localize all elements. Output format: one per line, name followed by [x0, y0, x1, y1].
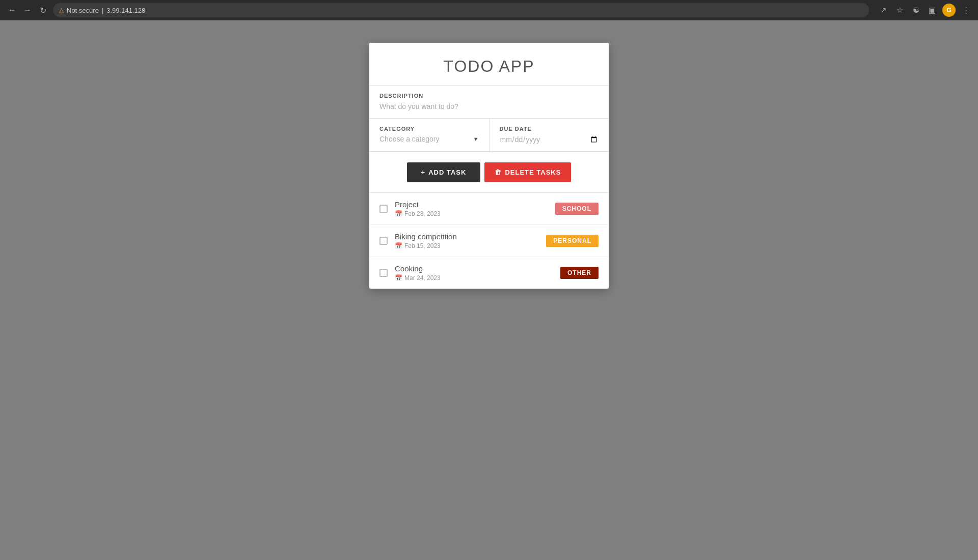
task-list: Project 📅 Feb 28, 2023 SCHOOL Biking com…: [369, 193, 609, 289]
trash-icon: 🗑: [495, 169, 502, 176]
task-date-text-2: Mar 24, 2023: [404, 274, 441, 282]
task-item: Project 📅 Feb 28, 2023 SCHOOL: [369, 193, 609, 225]
delete-tasks-label: DELETE TASKS: [505, 169, 561, 176]
task-name-1: Biking competition: [395, 232, 539, 241]
plus-icon: +: [421, 169, 426, 176]
due-date-input[interactable]: [500, 135, 599, 144]
buttons-section: + ADD TASK 🗑 DELETE TASKS: [369, 152, 609, 193]
task-info-2: Cooking 📅 Mar 24, 2023: [395, 264, 553, 282]
task-name-0: Project: [395, 200, 548, 209]
app-title: TODO APP: [385, 57, 593, 76]
task-item: Cooking 📅 Mar 24, 2023 OTHER: [369, 257, 609, 289]
bookmark-button[interactable]: ☆: [893, 4, 906, 16]
description-field: DESCRIPTION: [369, 86, 609, 119]
security-warning-icon: △: [59, 7, 64, 14]
tab-button[interactable]: ▣: [926, 4, 938, 16]
description-label: DESCRIPTION: [379, 93, 599, 99]
task-name-2: Cooking: [395, 264, 553, 273]
task-date-text-0: Feb 28, 2023: [404, 210, 441, 217]
calendar-icon-0: 📅: [395, 210, 402, 217]
extensions-button[interactable]: ☯: [910, 4, 922, 16]
profile-avatar[interactable]: G: [942, 4, 956, 17]
security-warning-text: Not secure: [67, 7, 99, 14]
menu-button[interactable]: ⋮: [960, 4, 972, 16]
add-task-button[interactable]: + ADD TASK: [407, 162, 481, 182]
add-task-label: ADD TASK: [428, 169, 466, 176]
forward-button[interactable]: →: [21, 4, 34, 16]
task-date-2: 📅 Mar 24, 2023: [395, 274, 553, 282]
task-date-0: 📅 Feb 28, 2023: [395, 210, 548, 217]
row-fields: CATEGORY Choose a category School Person…: [369, 119, 609, 152]
category-label: CATEGORY: [379, 126, 479, 132]
due-date-field: DUE DATE: [490, 119, 609, 151]
task-checkbox-2[interactable]: [379, 269, 388, 277]
app-card: TODO APP DESCRIPTION CATEGORY Choose a c…: [369, 43, 609, 289]
task-date-1: 📅 Feb 15, 2023: [395, 242, 539, 249]
task-checkbox-0[interactable]: [379, 205, 388, 213]
description-input[interactable]: [379, 102, 599, 110]
browser-chrome: ← → ↻ △ Not secure | 3.99.141.128 ↗ ☆ ☯ …: [0, 0, 978, 20]
category-badge-2: OTHER: [560, 267, 599, 279]
category-badge-1: PERSONAL: [546, 235, 599, 247]
browser-actions: ↗ ☆ ☯ ▣ G ⋮: [877, 4, 972, 17]
url-text: 3.99.141.128: [106, 7, 145, 14]
task-info-1: Biking competition 📅 Feb 15, 2023: [395, 232, 539, 249]
reload-button[interactable]: ↻: [37, 4, 49, 16]
category-badge-0: SCHOOL: [555, 203, 599, 215]
due-date-label: DUE DATE: [500, 126, 599, 132]
task-info-0: Project 📅 Feb 28, 2023: [395, 200, 548, 217]
category-select-wrapper: Choose a category School Personal Other …: [379, 135, 479, 143]
category-select[interactable]: Choose a category School Personal Other: [379, 135, 471, 143]
app-header: TODO APP: [369, 43, 609, 86]
form-section: DESCRIPTION CATEGORY Choose a category S…: [369, 86, 609, 152]
category-field: CATEGORY Choose a category School Person…: [369, 119, 490, 151]
page-content: TODO APP DESCRIPTION CATEGORY Choose a c…: [0, 20, 978, 560]
address-separator: |: [102, 7, 103, 14]
address-bar[interactable]: △ Not secure | 3.99.141.128: [53, 3, 869, 17]
delete-tasks-button[interactable]: 🗑 DELETE TASKS: [484, 162, 571, 182]
task-checkbox-1[interactable]: [379, 237, 388, 245]
back-button[interactable]: ←: [6, 4, 18, 16]
calendar-icon-2: 📅: [395, 274, 402, 282]
chevron-down-icon: ▼: [473, 136, 479, 142]
calendar-icon-1: 📅: [395, 242, 402, 249]
browser-nav: ← → ↻: [6, 4, 49, 16]
share-button[interactable]: ↗: [877, 4, 889, 16]
task-item: Biking competition 📅 Feb 15, 2023 PERSON…: [369, 225, 609, 257]
task-date-text-1: Feb 15, 2023: [404, 242, 441, 249]
